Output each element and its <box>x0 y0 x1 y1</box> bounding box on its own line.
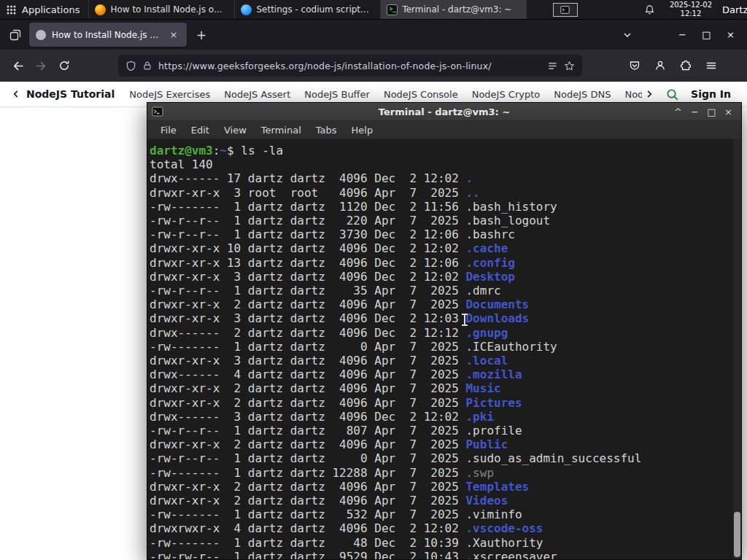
bell-icon <box>644 4 655 15</box>
terminal-maximize-button[interactable]: □ <box>703 104 720 120</box>
lock-icon[interactable] <box>142 61 152 71</box>
terminal-menu-edit[interactable]: Edit <box>184 125 217 136</box>
url-bar[interactable]: https://www.geeksforgeeks.org/node-js/in… <box>118 55 582 77</box>
terminal-window-buttons: ^ − □ × <box>670 104 737 120</box>
chevron-down-icon <box>622 29 633 41</box>
terminal-title: Terminal - dartz@vm3: ~ <box>147 106 741 117</box>
applications-label: Applications <box>22 4 80 15</box>
site-nav-item[interactable]: NodeJS Crypto <box>472 89 541 100</box>
terminal-window: Terminal - dartz@vm3: ~ ^ − □ × FileEdit… <box>147 102 742 560</box>
pocket-icon <box>629 60 640 71</box>
taskbar: How to Install Node.js o...Settings - co… <box>89 0 527 19</box>
notifications-button[interactable] <box>640 4 659 15</box>
site-nav-item[interactable]: NodeJS Buffer <box>304 89 370 100</box>
terminal-minimize-button[interactable]: − <box>686 104 703 120</box>
puzzle-icon <box>680 60 692 71</box>
terminal-close-button[interactable]: × <box>720 104 737 120</box>
tab-favicon <box>36 30 46 40</box>
chevron-left-icon <box>12 90 20 98</box>
site-nav-item[interactable]: NodeJS Console <box>384 89 458 100</box>
site-nav-items: NodeJS ExercisesNodeJS AssertNodeJS Buff… <box>129 89 642 100</box>
terminal-menu-help[interactable]: Help <box>344 125 381 136</box>
toolbar-icon-group <box>623 54 723 77</box>
terminal-shade-button[interactable]: ^ <box>670 104 686 120</box>
sign-in-button[interactable]: Sign In <box>691 88 731 100</box>
workspace-terminal-icon <box>560 5 570 15</box>
forward-button[interactable] <box>29 54 53 77</box>
reload-button[interactable] <box>53 54 76 77</box>
codium-icon <box>241 4 252 15</box>
hamburger-icon <box>705 60 717 71</box>
terminal-menu-view[interactable]: View <box>217 125 254 136</box>
browser-minimize-button[interactable]: − <box>670 24 694 46</box>
terminal-menu-file[interactable]: File <box>153 125 184 136</box>
menu-button[interactable] <box>700 54 723 77</box>
terminal-scrollbar-thumb[interactable] <box>734 512 740 557</box>
firefox-icon <box>95 4 106 15</box>
search-icon[interactable] <box>665 88 679 101</box>
firefox-view-icon <box>9 29 21 41</box>
taskbar-button-codium[interactable]: Settings - codium script... <box>235 0 381 19</box>
chevron-right-icon[interactable] <box>645 90 654 98</box>
site-nav-item[interactable]: NodeJS Assert <box>224 89 290 100</box>
tab-close-button[interactable]: × <box>167 28 180 42</box>
site-nav-item[interactable]: NodeJS DNS <box>554 89 611 100</box>
site-nav-item[interactable]: Node <box>624 89 642 100</box>
list-all-tabs-button[interactable] <box>616 24 638 46</box>
mouse-ibeam-cursor <box>461 314 468 326</box>
browser-tab[interactable]: How to Install Node.js on... × <box>29 23 187 47</box>
nav-back-group[interactable]: NodeJS Tutorial <box>12 88 115 100</box>
terminal-menu-tabs[interactable]: Tabs <box>309 125 344 136</box>
clock-date: 2025-12-02 <box>670 1 712 9</box>
reload-icon <box>58 60 70 71</box>
applications-icon <box>6 4 17 15</box>
panel-status-area: 2025-12-02 12:12 Dartz <box>553 0 747 19</box>
forward-arrow-icon <box>35 60 47 72</box>
account-icon <box>654 60 666 71</box>
terminal-output[interactable]: dartz@vm3:~$ ls -la total 140 drwx------… <box>147 139 741 559</box>
applications-menu[interactable]: Applications <box>0 0 89 19</box>
site-nav-item[interactable]: NodeJS Exercises <box>129 89 210 100</box>
site-nav-right: Sign In <box>642 88 747 101</box>
terminal-app-icon <box>152 106 163 117</box>
extensions-button[interactable] <box>674 54 697 77</box>
terminal-scrollbar[interactable] <box>733 139 741 559</box>
new-tab-button[interactable]: + <box>191 25 212 45</box>
taskbar-button-title: Terminal - dartz@vm3: ~ <box>402 4 511 15</box>
account-button[interactable] <box>649 54 672 77</box>
tracking-protection-shield-icon[interactable] <box>125 61 136 71</box>
terminal-body: dartz@vm3:~$ ls -la total 140 drwx------… <box>147 139 741 559</box>
bookmark-star-icon[interactable] <box>564 61 575 71</box>
clock[interactable]: 2025-12-02 12:12 <box>659 1 722 18</box>
browser-toolbar: https://www.geeksforgeeks.org/node-js/in… <box>0 50 747 82</box>
taskbar-button-title: Settings - codium script... <box>256 4 368 15</box>
workspace-switcher[interactable] <box>553 3 578 17</box>
nav-back-label: NodeJS Tutorial <box>26 88 115 100</box>
desktop: Applications How to Install Node.js o...… <box>0 0 747 560</box>
browser-close-button[interactable]: × <box>719 24 743 46</box>
tab-title: How to Install Node.js on... <box>52 30 161 40</box>
back-button[interactable] <box>6 54 29 77</box>
firefox-view-button[interactable] <box>4 24 26 46</box>
back-arrow-icon <box>12 60 24 72</box>
terminal-titlebar[interactable]: Terminal - dartz@vm3: ~ ^ − □ × <box>147 103 741 121</box>
pocket-button[interactable] <box>623 54 646 77</box>
top-panel: Applications How to Install Node.js o...… <box>0 0 747 20</box>
terminal-menubar: FileEditViewTerminalTabsHelp <box>147 121 741 139</box>
terminal-icon <box>387 4 398 15</box>
url-text[interactable]: https://www.geeksforgeeks.org/node-js/in… <box>158 61 541 71</box>
browser-maximize-button[interactable]: □ <box>694 24 719 46</box>
reader-mode-icon[interactable] <box>547 61 558 71</box>
user-menu[interactable]: Dartz <box>722 4 747 15</box>
browser-tab-bar: How to Install Node.js on... × + − □ × <box>0 20 747 50</box>
taskbar-button-title: How to Install Node.js o... <box>110 4 222 15</box>
taskbar-button-terminal[interactable]: Terminal - dartz@vm3: ~ <box>381 0 527 19</box>
taskbar-button-firefox[interactable]: How to Install Node.js o... <box>89 0 235 19</box>
clock-time: 12:12 <box>681 9 702 18</box>
terminal-menu-terminal[interactable]: Terminal <box>254 125 309 136</box>
